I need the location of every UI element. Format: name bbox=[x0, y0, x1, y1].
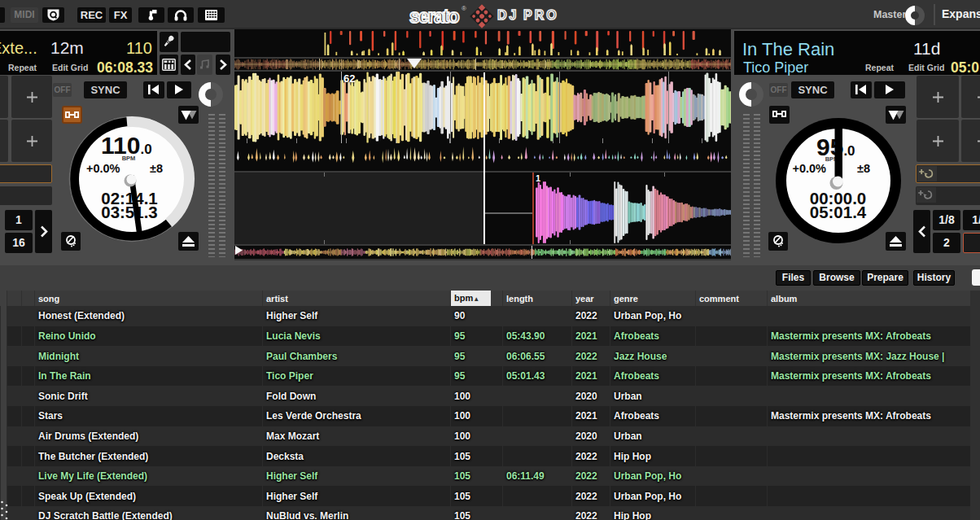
svg-text:05:01.4: 05:01.4 bbox=[810, 203, 867, 221]
svg-text:+0.0%: +0.0% bbox=[793, 162, 827, 175]
svg-text:+0.0%: +0.0% bbox=[86, 162, 120, 175]
svg-text:±8: ±8 bbox=[857, 162, 870, 175]
svg-text:±8: ±8 bbox=[150, 162, 163, 175]
svg-text:03:51.3: 03:51.3 bbox=[101, 203, 158, 221]
svg-text:BPM: BPM bbox=[122, 155, 136, 162]
